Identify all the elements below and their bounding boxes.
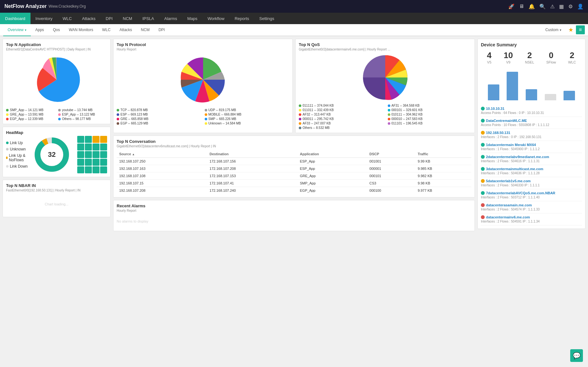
col-source[interactable]: Source ▲ xyxy=(117,150,207,158)
nav-workflow[interactable]: Workflow xyxy=(202,13,229,24)
brand-name: NetFlow Analyzer xyxy=(4,3,47,9)
legend-item: EGP -- 665.129 MB xyxy=(117,122,202,125)
col-traffic[interactable]: Traffic xyxy=(415,150,471,158)
device-name[interactable]: 5datacenterlab1v5.me.com xyxy=(481,179,582,183)
device-name[interactable]: 3datacentermainmulticast.me.com xyxy=(481,167,582,171)
subnav-dpi[interactable]: DPI xyxy=(154,24,169,36)
nav-inventory[interactable]: Inventory xyxy=(31,13,58,24)
legend-item: youtube -- 13.744 MB xyxy=(58,108,107,112)
right-column: Device Summary 4 V5 10 V9 2 NSEL 0 SFlow xyxy=(477,39,585,231)
grid-icon[interactable]: ▦ xyxy=(559,3,564,10)
top-n-app-legend: SMP_App -- 14.121 MB youtube -- 13.744 M… xyxy=(6,108,107,121)
device-name[interactable]: 10.10.10.31 xyxy=(481,107,582,110)
legend-item: 011101 -- 196.545 KB xyxy=(388,122,472,125)
nav-dpi[interactable]: DPI xyxy=(101,13,118,24)
cell-traffic: 9.985 KB xyxy=(415,165,471,172)
col-destination[interactable]: Destination xyxy=(207,150,297,158)
recent-alarms-card: Recent Alarms Hourly Report No alarms to… xyxy=(113,200,475,231)
device-name[interactable]: datacenterasamain.me.com xyxy=(481,203,582,207)
device-name[interactable]: 2datacentermelabv9medianet.me.com xyxy=(481,155,582,159)
device-status-icon xyxy=(481,119,485,123)
top-n-application-card: Top N Application Ethernet0/1[DataCentre… xyxy=(3,39,111,124)
cell-dest: 172.168.107.156 xyxy=(207,158,297,165)
legend-item: Others -- 98.177 MB xyxy=(58,117,107,121)
device-info: Interfaces : 2 Flows : 0 IP : 192.168.50… xyxy=(481,135,582,139)
device-info: Access Points : 64 Flows : 0 IP : 10.10.… xyxy=(481,111,582,115)
cell-source: 192.168.107.108 xyxy=(117,172,207,180)
nav-ncm[interactable]: NCM xyxy=(118,13,137,24)
device-status-icon xyxy=(481,179,485,183)
device-info: Interfaces : 2 Flows : 504616 IP : 1.1.1… xyxy=(481,159,582,163)
legend-item: Link Up & NoFlows xyxy=(6,153,30,162)
cell-source: 192.168.107.208 xyxy=(117,187,207,194)
subnav-ncm[interactable]: NCM xyxy=(136,24,154,36)
cell-dscp: 000001 xyxy=(367,165,415,172)
legend-item: GRE -- 665.858 MB xyxy=(117,117,202,121)
col-application[interactable]: Application xyxy=(297,150,367,158)
device-name[interactable]: datacentermainv6.me.com xyxy=(481,215,582,219)
sort-icon: ▲ xyxy=(132,153,135,156)
rocket-icon[interactable]: 🚀 xyxy=(508,3,515,10)
col-dscp[interactable]: DSCP xyxy=(367,150,415,158)
count-sflow: 0 SFlow xyxy=(546,50,556,64)
subnav-custom[interactable]: Custom ▾ xyxy=(541,24,566,36)
nav-maps[interactable]: Maps xyxy=(182,13,202,24)
nav-ipsla[interactable]: IPSLA xyxy=(137,13,159,24)
nav-alarms[interactable]: Alarms xyxy=(159,13,182,24)
cell-dest: 172.168.107.153 xyxy=(207,172,297,180)
subnav-apps[interactable]: Apps xyxy=(31,24,48,36)
favorite-star-icon[interactable]: ★ xyxy=(566,26,576,33)
device-item: 192.168.50.131 Interfaces : 2 Flows : 0 … xyxy=(481,129,582,141)
top-icons: 🚀 🖥 🔔 🔍 ⚠ ▦ ⚙ 👤 xyxy=(508,3,584,10)
nav-settings[interactable]: Settings xyxy=(254,13,279,24)
search-icon[interactable]: 🔍 xyxy=(539,3,546,10)
legend-dot xyxy=(6,157,8,159)
bell-icon[interactable]: 🔔 xyxy=(529,3,535,10)
nav-attacks[interactable]: Attacks xyxy=(77,13,101,24)
device-name[interactable]: 7datacentermelabAVCQoS.me.com.NBAR xyxy=(481,191,582,195)
user-icon[interactable]: 👤 xyxy=(577,3,584,10)
cell-traffic: 9.982 KB xyxy=(415,172,471,180)
alert-icon[interactable]: ⚠ xyxy=(550,3,555,10)
legend-item: GRE_App -- 13.591 MB xyxy=(6,113,55,116)
alarms-placeholder: No alarms to display xyxy=(117,215,471,228)
device-name[interactable]: 1datacentermain Meraki MX64 xyxy=(481,143,582,147)
add-widget-button[interactable]: ≡ xyxy=(576,25,585,34)
legend-label: GRE_App -- 13.591 MB xyxy=(10,113,44,116)
device-item: 7datacentermelabAVCQoS.me.com.NBAR Inter… xyxy=(481,189,582,201)
device-name[interactable]: 192.168.50.131 xyxy=(481,131,582,135)
monitor-icon[interactable]: 🖥 xyxy=(519,3,524,9)
device-info: Interfaces : 2 Flows : 5046330 IP : 1.1.… xyxy=(481,184,582,187)
subnav-wlc[interactable]: WLC xyxy=(98,24,115,36)
legend-dot xyxy=(6,142,9,144)
legend-color xyxy=(6,118,9,120)
legend-item: Link Down xyxy=(6,164,28,169)
legend-item: ESP_App -- 13.122 MB xyxy=(58,113,107,116)
subnav-overview[interactable]: Overview ▾ xyxy=(3,24,31,36)
subnav-attacks[interactable]: Attacks xyxy=(115,24,136,36)
top-row: Top N Protocol Hourly Report xyxy=(113,39,475,133)
cell-dscp: 000100 xyxy=(367,187,415,194)
legend-label: EGP_App -- 12.339 MB xyxy=(10,117,43,121)
nav-wlc[interactable]: WLC xyxy=(58,13,77,24)
heatmap-grid xyxy=(77,136,107,173)
device-name[interactable]: DataCentremainWLC.ME xyxy=(481,119,582,123)
cell-app: GRE_App xyxy=(297,172,367,180)
legend-color xyxy=(58,118,61,120)
left-column: Top N Application Ethernet0/1[DataCentre… xyxy=(3,39,111,231)
nav-dashboard[interactable]: Dashboard xyxy=(0,13,31,24)
legend-item: 000010 -- 247.583 KB xyxy=(388,117,472,121)
gear-icon[interactable]: ⚙ xyxy=(568,3,573,10)
legend-item: UDP -- 819.175 MB xyxy=(205,108,290,112)
cell-dest: 172.168.107.41 xyxy=(207,180,297,187)
subnav-wan[interactable]: WAN Monitors xyxy=(64,24,98,36)
conversation-table: Source ▲ Destination Application DSCP Tr… xyxy=(117,150,471,194)
alarms-title: Recent Alarms xyxy=(117,204,471,208)
nav-reports[interactable]: Reports xyxy=(229,13,254,24)
device-info: Interfaces : 2 Flows : 503712 IP : 1.1.1… xyxy=(481,196,582,199)
top-header: NetFlow Analyzer Www.Crackedkey.Org 🚀 🖥 … xyxy=(0,0,588,13)
subnav-qos[interactable]: Qos xyxy=(48,24,64,36)
legend-item: SMP_App -- 14.121 MB xyxy=(6,108,55,112)
device-info: Interfaces : 2 Flows : 504636 IP : 1.1.1… xyxy=(481,171,582,175)
device-item: DataCentremainWLC.ME Access Points : 10 … xyxy=(481,117,582,129)
